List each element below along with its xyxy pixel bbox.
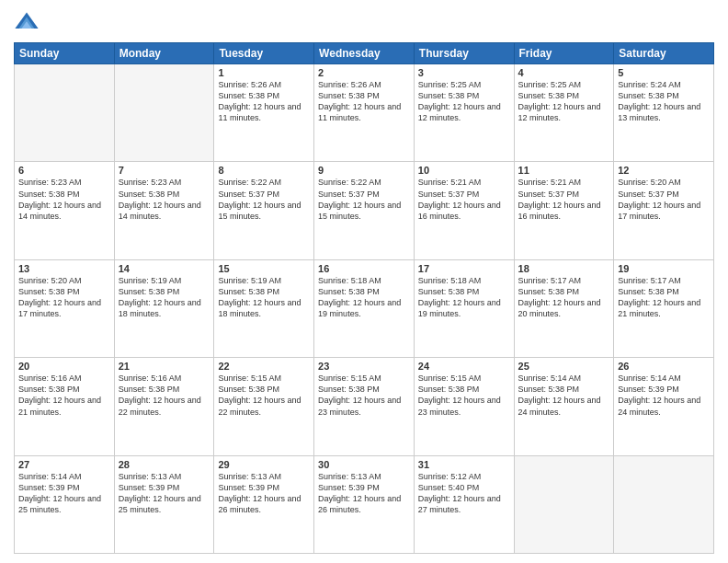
calendar-cell: 19Sunrise: 5:17 AM Sunset: 5:38 PM Dayli… (614, 259, 714, 357)
day-info: Sunrise: 5:19 AM Sunset: 5:38 PM Dayligh… (218, 275, 310, 320)
calendar-cell: 16Sunrise: 5:18 AM Sunset: 5:38 PM Dayli… (314, 259, 415, 357)
day-info: Sunrise: 5:14 AM Sunset: 5:39 PM Dayligh… (618, 373, 710, 418)
calendar-cell: 26Sunrise: 5:14 AM Sunset: 5:39 PM Dayli… (614, 358, 714, 455)
weekday-header-saturday: Saturday (614, 43, 714, 64)
calendar-cell: 9Sunrise: 5:22 AM Sunset: 5:37 PM Daylig… (314, 162, 415, 259)
day-number: 14 (119, 263, 210, 274)
calendar-cell: 4Sunrise: 5:25 AM Sunset: 5:38 PM Daylig… (514, 64, 614, 162)
calendar-cell: 31Sunrise: 5:12 AM Sunset: 5:40 PM Dayli… (414, 455, 514, 553)
day-number: 16 (318, 263, 410, 274)
day-number: 27 (18, 459, 110, 470)
day-info: Sunrise: 5:15 AM Sunset: 5:38 PM Dayligh… (418, 373, 510, 418)
calendar-cell: 24Sunrise: 5:15 AM Sunset: 5:38 PM Dayli… (414, 358, 514, 455)
day-number: 31 (418, 459, 510, 470)
day-number: 22 (218, 361, 310, 372)
logo-icon (14, 9, 40, 35)
day-info: Sunrise: 5:18 AM Sunset: 5:38 PM Dayligh… (318, 275, 410, 320)
calendar-week-row: 1Sunrise: 5:26 AM Sunset: 5:38 PM Daylig… (15, 64, 714, 162)
calendar-cell: 27Sunrise: 5:14 AM Sunset: 5:39 PM Dayli… (15, 455, 115, 553)
calendar-cell: 25Sunrise: 5:14 AM Sunset: 5:38 PM Dayli… (514, 358, 614, 455)
day-info: Sunrise: 5:14 AM Sunset: 5:38 PM Dayligh… (518, 373, 610, 418)
day-number: 19 (618, 263, 710, 274)
day-info: Sunrise: 5:16 AM Sunset: 5:38 PM Dayligh… (119, 373, 210, 418)
day-number: 18 (518, 263, 610, 274)
calendar-cell: 22Sunrise: 5:15 AM Sunset: 5:38 PM Dayli… (214, 358, 314, 455)
day-info: Sunrise: 5:13 AM Sunset: 5:39 PM Dayligh… (119, 471, 210, 516)
day-info: Sunrise: 5:15 AM Sunset: 5:38 PM Dayligh… (218, 373, 310, 418)
calendar-cell: 15Sunrise: 5:19 AM Sunset: 5:38 PM Dayli… (214, 259, 314, 357)
calendar-cell: 2Sunrise: 5:26 AM Sunset: 5:38 PM Daylig… (314, 64, 415, 162)
day-number: 26 (618, 361, 710, 372)
calendar-cell: 7Sunrise: 5:23 AM Sunset: 5:38 PM Daylig… (114, 162, 214, 259)
calendar-cell: 3Sunrise: 5:25 AM Sunset: 5:38 PM Daylig… (414, 64, 514, 162)
calendar-cell (614, 455, 714, 553)
calendar-cell: 30Sunrise: 5:13 AM Sunset: 5:39 PM Dayli… (314, 455, 415, 553)
calendar-cell: 18Sunrise: 5:17 AM Sunset: 5:38 PM Dayli… (514, 259, 614, 357)
weekday-header-wednesday: Wednesday (314, 43, 415, 64)
weekday-header-sunday: Sunday (15, 43, 115, 64)
day-info: Sunrise: 5:18 AM Sunset: 5:38 PM Dayligh… (418, 275, 510, 320)
day-info: Sunrise: 5:26 AM Sunset: 5:38 PM Dayligh… (318, 79, 410, 124)
day-number: 7 (119, 165, 210, 176)
day-number: 28 (119, 459, 210, 470)
day-number: 6 (18, 165, 110, 176)
weekday-header-thursday: Thursday (414, 43, 514, 64)
calendar-cell: 10Sunrise: 5:21 AM Sunset: 5:37 PM Dayli… (414, 162, 514, 259)
calendar-week-row: 27Sunrise: 5:14 AM Sunset: 5:39 PM Dayli… (15, 455, 714, 553)
calendar-cell: 28Sunrise: 5:13 AM Sunset: 5:39 PM Dayli… (114, 455, 214, 553)
day-info: Sunrise: 5:15 AM Sunset: 5:38 PM Dayligh… (318, 373, 410, 418)
day-info: Sunrise: 5:26 AM Sunset: 5:38 PM Dayligh… (218, 79, 310, 124)
weekday-header-tuesday: Tuesday (214, 43, 314, 64)
day-number: 17 (418, 263, 510, 274)
day-number: 2 (318, 67, 410, 78)
day-number: 20 (18, 361, 110, 372)
day-info: Sunrise: 5:20 AM Sunset: 5:37 PM Dayligh… (618, 177, 710, 222)
day-number: 8 (218, 165, 310, 176)
day-number: 24 (418, 361, 510, 372)
day-number: 30 (318, 459, 410, 470)
day-info: Sunrise: 5:25 AM Sunset: 5:38 PM Dayligh… (518, 79, 610, 124)
day-number: 5 (618, 67, 710, 78)
day-info: Sunrise: 5:21 AM Sunset: 5:37 PM Dayligh… (418, 177, 510, 222)
day-info: Sunrise: 5:13 AM Sunset: 5:39 PM Dayligh… (218, 471, 310, 516)
calendar-cell: 8Sunrise: 5:22 AM Sunset: 5:37 PM Daylig… (214, 162, 314, 259)
day-info: Sunrise: 5:22 AM Sunset: 5:37 PM Dayligh… (218, 177, 310, 222)
header (14, 9, 714, 35)
calendar-week-row: 6Sunrise: 5:23 AM Sunset: 5:38 PM Daylig… (15, 162, 714, 259)
day-number: 4 (518, 67, 610, 78)
day-number: 10 (418, 165, 510, 176)
weekday-header-row: SundayMondayTuesdayWednesdayThursdayFrid… (15, 43, 714, 64)
calendar: SundayMondayTuesdayWednesdayThursdayFrid… (14, 42, 714, 554)
day-info: Sunrise: 5:21 AM Sunset: 5:37 PM Dayligh… (518, 177, 610, 222)
day-number: 25 (518, 361, 610, 372)
calendar-week-row: 20Sunrise: 5:16 AM Sunset: 5:38 PM Dayli… (15, 358, 714, 455)
logo (14, 9, 43, 35)
calendar-cell (514, 455, 614, 553)
day-number: 9 (318, 165, 410, 176)
page: SundayMondayTuesdayWednesdayThursdayFrid… (0, 0, 728, 563)
calendar-cell: 11Sunrise: 5:21 AM Sunset: 5:37 PM Dayli… (514, 162, 614, 259)
calendar-cell: 13Sunrise: 5:20 AM Sunset: 5:38 PM Dayli… (15, 259, 115, 357)
day-info: Sunrise: 5:19 AM Sunset: 5:38 PM Dayligh… (119, 275, 210, 320)
day-number: 12 (618, 165, 710, 176)
day-info: Sunrise: 5:22 AM Sunset: 5:37 PM Dayligh… (318, 177, 410, 222)
weekday-header-friday: Friday (514, 43, 614, 64)
day-number: 29 (218, 459, 310, 470)
day-number: 21 (119, 361, 210, 372)
day-number: 3 (418, 67, 510, 78)
calendar-cell: 12Sunrise: 5:20 AM Sunset: 5:37 PM Dayli… (614, 162, 714, 259)
day-number: 15 (218, 263, 310, 274)
calendar-week-row: 13Sunrise: 5:20 AM Sunset: 5:38 PM Dayli… (15, 259, 714, 357)
calendar-cell (15, 64, 115, 162)
calendar-cell (114, 64, 214, 162)
day-number: 23 (318, 361, 410, 372)
day-info: Sunrise: 5:20 AM Sunset: 5:38 PM Dayligh… (18, 275, 110, 320)
calendar-cell: 29Sunrise: 5:13 AM Sunset: 5:39 PM Dayli… (214, 455, 314, 553)
calendar-cell: 20Sunrise: 5:16 AM Sunset: 5:38 PM Dayli… (15, 358, 115, 455)
calendar-cell: 23Sunrise: 5:15 AM Sunset: 5:38 PM Dayli… (314, 358, 415, 455)
day-info: Sunrise: 5:13 AM Sunset: 5:39 PM Dayligh… (318, 471, 410, 516)
day-info: Sunrise: 5:12 AM Sunset: 5:40 PM Dayligh… (418, 471, 510, 516)
day-number: 11 (518, 165, 610, 176)
day-info: Sunrise: 5:25 AM Sunset: 5:38 PM Dayligh… (418, 79, 510, 124)
day-info: Sunrise: 5:14 AM Sunset: 5:39 PM Dayligh… (18, 471, 110, 516)
